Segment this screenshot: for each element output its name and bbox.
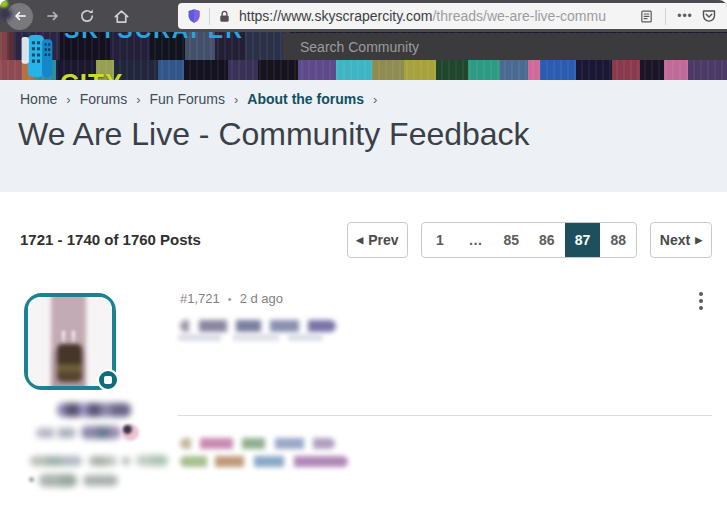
blurred-signature-text bbox=[180, 456, 348, 467]
url-domain: https://www.skyscrapercity.com bbox=[239, 8, 432, 24]
kebab-dot-icon bbox=[699, 306, 703, 310]
page-button-87-current[interactable]: 87 bbox=[565, 223, 601, 257]
search-community-bar[interactable]: Search Community bbox=[283, 33, 727, 60]
url-text: https://www.skyscrapercity.com/threads/w… bbox=[239, 8, 634, 24]
blurred-user-detail bbox=[81, 426, 121, 439]
kebab-dot-icon bbox=[699, 299, 703, 303]
blurred-user-stat bbox=[122, 457, 130, 465]
home-button[interactable] bbox=[107, 2, 135, 30]
blurred-signature-text bbox=[180, 438, 335, 449]
forward-arrow-icon bbox=[45, 8, 61, 24]
reader-mode-icon bbox=[639, 9, 654, 24]
blurred-user-stat bbox=[89, 456, 117, 466]
breadcrumb-separator: › bbox=[66, 92, 70, 107]
blurred-user-stat bbox=[83, 475, 118, 486]
tracking-protection-shield-icon[interactable] bbox=[186, 8, 202, 24]
page-button-85[interactable]: 85 bbox=[493, 223, 529, 257]
breadcrumb-separator: › bbox=[136, 92, 140, 107]
next-page-button[interactable]: Next ▶ bbox=[650, 222, 712, 258]
page-actions-button[interactable]: ••• bbox=[673, 4, 697, 28]
refresh-icon bbox=[79, 8, 95, 24]
browser-window: https://www.skyscrapercity.com/threads/w… bbox=[0, 0, 727, 513]
blurred-user-stat bbox=[39, 474, 77, 487]
pocket-button[interactable] bbox=[697, 4, 721, 28]
page-button-86[interactable]: 86 bbox=[529, 223, 565, 257]
kebab-dot-icon bbox=[699, 292, 703, 296]
page-title: We Are Live - Community Feedback bbox=[18, 116, 530, 153]
blurred-user-stat bbox=[29, 477, 34, 482]
breadcrumb-link-forums[interactable]: Forums bbox=[80, 91, 127, 107]
post-menu-button[interactable] bbox=[693, 289, 709, 313]
browser-toolbar: https://www.skyscrapercity.com/threads/w… bbox=[0, 0, 727, 33]
forward-button[interactable] bbox=[39, 2, 67, 30]
urlbar-divider-2 bbox=[665, 8, 666, 25]
reader-mode-button[interactable] bbox=[634, 4, 658, 28]
home-icon bbox=[113, 8, 130, 25]
refresh-button[interactable] bbox=[73, 2, 101, 30]
pocket-icon bbox=[701, 8, 717, 24]
blurred-username bbox=[57, 403, 131, 417]
next-label: Next bbox=[660, 232, 690, 248]
prev-label: Prev bbox=[368, 232, 398, 248]
blurred-post-text bbox=[180, 320, 336, 332]
breadcrumb-separator: › bbox=[373, 92, 377, 107]
breadcrumb-link-about-the-forums[interactable]: About the forums bbox=[247, 91, 364, 107]
address-bar[interactable]: https://www.skyscrapercity.com/threads/w… bbox=[178, 3, 727, 29]
pagination-pages: 1 … 85 86 87 88 bbox=[421, 222, 637, 258]
blurred-user-detail bbox=[36, 428, 76, 438]
lock-icon[interactable] bbox=[217, 9, 232, 24]
back-arrow-icon bbox=[12, 8, 28, 24]
blurred-user-stat bbox=[30, 456, 82, 466]
post-meta: #1,721 • 2 d ago bbox=[180, 291, 283, 306]
prev-page-button[interactable]: ◀ Prev bbox=[347, 222, 408, 258]
blurred-post-text bbox=[178, 334, 323, 341]
page-button-88[interactable]: 88 bbox=[600, 223, 636, 257]
user-avatar[interactable] bbox=[24, 293, 116, 390]
page-ellipsis[interactable]: … bbox=[458, 223, 494, 257]
post-timestamp[interactable]: 2 d ago bbox=[240, 291, 283, 306]
search-community-label: Search Community bbox=[300, 39, 419, 55]
post-meta-dot: • bbox=[228, 293, 232, 305]
posts-range-text: 1721 - 1740 of 1760 Posts bbox=[20, 231, 201, 248]
site-logo-text-bottom[interactable]: CITY bbox=[60, 70, 123, 80]
post-signature-divider bbox=[178, 415, 712, 416]
breadcrumb: Home › Forums › Fun Forums › About the f… bbox=[20, 91, 386, 107]
breadcrumb-link-fun-forums[interactable]: Fun Forums bbox=[150, 91, 225, 107]
page-button-1[interactable]: 1 bbox=[422, 223, 458, 257]
urlbar-divider bbox=[209, 8, 210, 25]
prev-arrow-icon: ◀ bbox=[356, 235, 363, 245]
breadcrumb-link-home[interactable]: Home bbox=[20, 91, 57, 107]
blurred-user-icon bbox=[0, 8, 12, 20]
next-arrow-icon: ▶ bbox=[695, 235, 702, 245]
online-dot-icon bbox=[0, 0, 8, 8]
avatar-status-badge-icon bbox=[97, 369, 119, 391]
blurred-flag-badge-core bbox=[123, 425, 132, 434]
site-logo-text-top[interactable]: SKYSCRAPER bbox=[64, 32, 244, 44]
breadcrumb-separator: › bbox=[234, 92, 238, 107]
post-number[interactable]: #1,721 bbox=[180, 291, 220, 306]
blurred-user-stat bbox=[136, 455, 168, 466]
site-logo-icon[interactable] bbox=[17, 33, 59, 80]
page-header-band: Home › Forums › Fun Forums › About the f… bbox=[0, 80, 727, 192]
site-header: SKYSCRAPER CITY Search Community bbox=[0, 32, 727, 80]
url-path: /threads/we-are-live-commu bbox=[432, 8, 606, 24]
page-actions-icon: ••• bbox=[677, 4, 693, 28]
